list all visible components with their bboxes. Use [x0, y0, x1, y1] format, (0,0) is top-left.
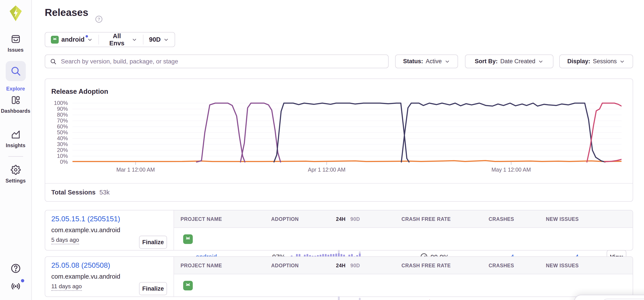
y-tick-label: 100%: [45, 100, 68, 106]
inbox-icon: [11, 34, 21, 44]
col-period-toggle[interactable]: 24H90D: [336, 216, 360, 222]
release-created: 5 days ago: [51, 237, 79, 244]
y-tick-label: 50%: [45, 129, 68, 136]
date-range-filter[interactable]: 90D: [144, 32, 175, 47]
release-card: 25.05.08 (250508) com.example.vu.android…: [45, 256, 633, 297]
search-icon: [10, 66, 21, 77]
environment-filter[interactable]: All Envs: [99, 32, 143, 47]
release-package: com.example.vu.android: [51, 227, 120, 234]
app-root: Issues Explore Dashboards Insights: [0, 0, 644, 300]
floating-panel[interactable]: [574, 295, 644, 300]
sidebar: Issues Explore Dashboards Insights: [0, 0, 32, 300]
status-dropdown[interactable]: Status: Active: [395, 54, 458, 68]
col-crashes: CRASHES: [479, 263, 514, 269]
chevron-down-icon: [87, 37, 93, 42]
adoption-line-chart: [72, 103, 622, 166]
release-table-header: PROJECT NAME ADOPTION 24H90D CRASH FREE …: [174, 257, 633, 274]
notification-dot: [21, 279, 24, 282]
y-tick-label: 20%: [45, 147, 68, 153]
sidebar-item-label: Settings: [0, 178, 31, 184]
col-crash-free-rate: CRASH FREE RATE: [402, 216, 451, 222]
environment-filter-value: All Envs: [104, 32, 129, 47]
dashboards-icon: [11, 95, 21, 105]
col-new-issues: NEW ISSUES: [544, 216, 579, 222]
col-period-toggle[interactable]: 24H90D: [336, 263, 360, 269]
col-crashes: CRASHES: [479, 216, 514, 222]
sort-by-dropdown[interactable]: Sort By: Date Created: [465, 54, 554, 68]
search-icon: [50, 58, 56, 65]
release-table: PROJECT NAME ADOPTION 24H90D CRASH FREE …: [174, 257, 633, 297]
whats-new-button[interactable]: [0, 281, 31, 293]
sidebar-item-settings[interactable]: Settings: [0, 165, 31, 184]
release-table-header: PROJECT NAME ADOPTION 24H90D CRASH FREE …: [174, 210, 633, 228]
sentry-logo[interactable]: [0, 5, 31, 22]
y-tick-label: 70%: [45, 118, 68, 124]
gear-icon: [11, 165, 21, 175]
release-package: com.example.vu.android: [51, 273, 120, 280]
help-button[interactable]: [0, 263, 31, 275]
broadcast-icon: [10, 281, 21, 292]
sessions-sparkline: [291, 296, 366, 300]
release-meta: 25.05.15.1 (2505151) com.example.vu.andr…: [45, 210, 174, 250]
release-card: 25.05.15.1 (2505151) com.example.vu.andr…: [45, 210, 633, 251]
android-project-icon: [183, 281, 193, 291]
chart-footer: Total Sessions 53k: [45, 183, 633, 201]
sidebar-item-label: Explore: [0, 86, 31, 92]
display-dropdown[interactable]: Display: Sessions: [559, 54, 633, 68]
release-search: [45, 54, 388, 68]
help-circle-icon[interactable]: ?: [96, 16, 102, 23]
y-tick-label: 80%: [45, 112, 68, 118]
search-input[interactable]: [45, 54, 388, 68]
android-project-icon: [183, 234, 193, 244]
release-project-row: android 97% 99.9% 4 4 View: [174, 228, 633, 251]
chevron-down-icon: [163, 37, 169, 42]
sidebar-item-label: Insights: [0, 143, 31, 149]
y-tick-label: 40%: [45, 135, 68, 142]
release-adoption-card: Release Adoption 100%90%80%70%60%50%40%3…: [45, 78, 633, 202]
col-adoption: ADOPTION: [271, 263, 299, 269]
crash-free-rate: 82%: [397, 299, 449, 300]
col-project-name: PROJECT NAME: [180, 263, 222, 269]
sidebar-item-insights[interactable]: Insights: [0, 130, 31, 149]
sidebar-item-label: Issues: [0, 47, 31, 53]
help-icon: [10, 263, 21, 274]
release-meta: 25.05.08 (250508) com.example.vu.android…: [45, 257, 174, 297]
x-tick-label: May 1 12:00 AM: [468, 166, 555, 173]
chevron-down-icon: [538, 59, 544, 64]
sidebar-item-dashboards[interactable]: Dashboards: [0, 95, 31, 114]
project-filter[interactable]: android: [45, 32, 98, 47]
release-version-link[interactable]: 25.05.08 (250508): [51, 261, 110, 270]
release-table: PROJECT NAME ADOPTION 24H90D CRASH FREE …: [174, 210, 633, 250]
project-filter-value: android: [61, 36, 84, 43]
release-version-link[interactable]: 25.05.15.1 (2505151): [51, 215, 120, 223]
col-crash-free-rate: CRASH FREE RATE: [402, 263, 451, 269]
sidebar-divider: [8, 156, 23, 157]
release-project-row: android 0% 82% 6 5 View: [174, 274, 633, 298]
page-filter-bar: android All Envs 90D: [45, 32, 175, 47]
release-created: 11 days ago: [51, 283, 82, 291]
chevron-down-icon: [132, 37, 137, 42]
floating-panel-inner: [602, 299, 644, 300]
sidebar-item-explore[interactable]: [6, 61, 26, 81]
date-range-filter-value: 90D: [149, 36, 161, 43]
y-tick-label: 60%: [45, 123, 68, 130]
spark-bar: [338, 296, 340, 300]
logo-icon: [9, 5, 22, 21]
android-icon: [51, 36, 59, 44]
insights-icon: [11, 130, 21, 140]
col-adoption: ADOPTION: [271, 216, 299, 222]
col-project-name: PROJECT NAME: [180, 216, 222, 222]
y-tick-label: 90%: [45, 106, 68, 112]
finalize-button[interactable]: Finalize: [139, 282, 167, 295]
y-tick-label: 0%: [45, 159, 68, 165]
sidebar-item-explore-label[interactable]: Explore: [0, 84, 31, 92]
finalize-button[interactable]: Finalize: [139, 236, 167, 249]
sidebar-item-issues[interactable]: Issues: [0, 34, 31, 53]
total-sessions-value: 53k: [100, 189, 110, 196]
x-tick-label: Apr 1 12:00 AM: [283, 166, 370, 173]
total-sessions-label: Total Sessions: [51, 189, 96, 196]
sidebar-item-label: Dashboards: [0, 108, 31, 114]
chevron-down-icon: [444, 59, 450, 64]
x-tick-label: Mar 1 12:00 AM: [92, 166, 179, 173]
chevron-down-icon: [619, 59, 625, 64]
